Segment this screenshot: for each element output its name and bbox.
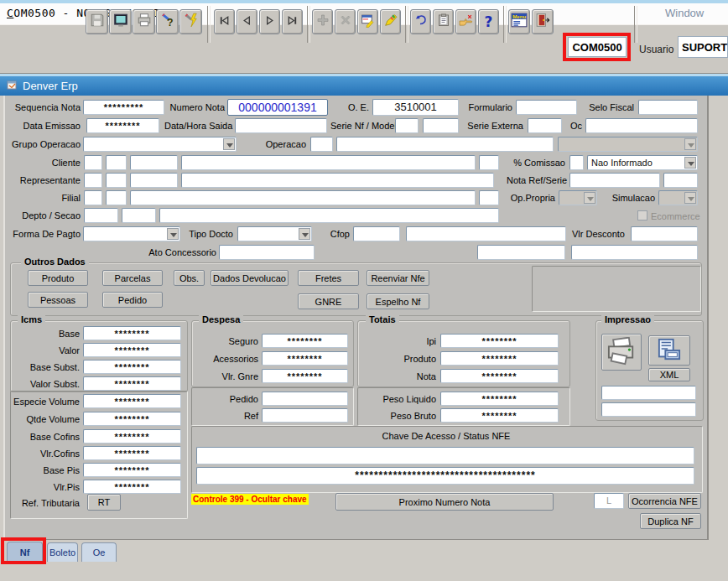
- field-representante-nome[interactable]: [181, 173, 494, 188]
- field-data-emissao[interactable]: ********: [86, 118, 159, 133]
- field-totais-produto[interactable]: ********: [440, 351, 559, 366]
- field-comissao[interactable]: [569, 155, 584, 170]
- field-peso-bruto[interactable]: ********: [440, 408, 559, 423]
- field-icms-valor[interactable]: ********: [83, 343, 181, 357]
- field-vlr-gnre[interactable]: ********: [262, 369, 348, 383]
- field-base-pis[interactable]: ********: [83, 463, 181, 477]
- field-cfop-descricao[interactable]: [406, 226, 566, 241]
- field-data-hora-saida[interactable]: [235, 118, 327, 133]
- field-cliente-3[interactable]: [130, 155, 178, 170]
- field-filial-2[interactable]: [106, 190, 127, 205]
- save-button[interactable]: [86, 9, 108, 34]
- field-filial-3[interactable]: [479, 190, 499, 205]
- field-vlr-desconto[interactable]: [631, 226, 698, 241]
- field-depto-nome[interactable]: [159, 208, 499, 223]
- ocorrencia-nfe-button[interactable]: Ocorrencia NFE: [628, 493, 701, 509]
- dropdown-operacao-extra[interactable]: [558, 137, 698, 152]
- field-filial-1[interactable]: [84, 190, 102, 205]
- field-totais-nota[interactable]: ********: [440, 369, 559, 383]
- field-ato-concessorio[interactable]: [219, 245, 315, 260]
- field-chave-linha1[interactable]: [196, 447, 694, 464]
- field-vlr-cofins[interactable]: ********: [83, 446, 181, 460]
- field-qtde-volume[interactable]: ********: [83, 412, 181, 426]
- espelho-nf-button[interactable]: Espelho Nf: [367, 293, 429, 309]
- field-seguro[interactable]: ********: [262, 334, 348, 348]
- field-oc[interactable]: [585, 118, 698, 133]
- dados-devolucao-button[interactable]: Dados Devolucao: [211, 270, 289, 286]
- field-cliente-1[interactable]: [84, 155, 102, 170]
- gnre-button[interactable]: GNRE: [298, 293, 359, 309]
- cut-hand-button[interactable]: [455, 9, 476, 34]
- tab-oe[interactable]: Oe: [81, 542, 117, 562]
- field-icms-base[interactable]: ********: [83, 326, 181, 340]
- field-nota-ref-serie[interactable]: [663, 173, 698, 188]
- usuario-field[interactable]: SUPORT: [678, 36, 728, 58]
- rt-button[interactable]: RT: [87, 494, 121, 511]
- field-numero-nota[interactable]: 000000001391: [227, 99, 328, 116]
- field-cliente-4[interactable]: [479, 155, 499, 170]
- delete-record-button[interactable]: [335, 9, 356, 34]
- field-icms-base-subst[interactable]: ********: [83, 360, 181, 374]
- field-nota-ref[interactable]: [569, 173, 660, 188]
- help-button[interactable]: ?: [478, 9, 499, 34]
- field-representante-3[interactable]: [130, 173, 178, 188]
- field-acessorios[interactable]: ********: [262, 351, 348, 366]
- field-representante-2[interactable]: [106, 173, 127, 188]
- print-button[interactable]: [133, 9, 155, 34]
- field-peso-liquido[interactable]: ********: [440, 392, 559, 406]
- clipboard-button[interactable]: [433, 9, 454, 34]
- tab-boleto[interactable]: Boleto: [47, 542, 78, 562]
- field-ref[interactable]: [262, 408, 348, 423]
- dropdown-forma-pagto[interactable]: [83, 226, 180, 241]
- field-serie-nf[interactable]: [395, 118, 419, 133]
- prev-record-button[interactable]: [237, 9, 257, 34]
- field-row9-extra2[interactable]: [571, 245, 698, 260]
- pedido-button[interactable]: Pedido: [102, 292, 163, 308]
- dropdown-comissao[interactable]: Nao Informado: [587, 155, 698, 170]
- field-formulario[interactable]: [516, 100, 577, 115]
- dropdown-tipo-docto[interactable]: [237, 226, 312, 241]
- field-operacao-codigo[interactable]: [310, 137, 333, 152]
- obs-button[interactable]: Obs.: [174, 270, 205, 286]
- enter-query-button[interactable]: ?: [156, 9, 179, 34]
- field-pedido[interactable]: [262, 392, 348, 406]
- pessoas-button[interactable]: Pessoas: [28, 292, 88, 308]
- screen-button[interactable]: [109, 9, 132, 34]
- field-impressao-2[interactable]: [601, 402, 696, 417]
- field-row9-extra1[interactable]: [477, 245, 565, 260]
- field-depto-2[interactable]: [122, 208, 156, 223]
- field-selo-fiscal[interactable]: [638, 100, 698, 115]
- xml-button[interactable]: XML: [648, 368, 690, 381]
- field-l-flag[interactable]: L: [594, 493, 624, 509]
- produto-button[interactable]: Produto: [28, 270, 88, 286]
- field-cliente-2[interactable]: [106, 155, 127, 170]
- reenviar-nfe-button[interactable]: Reenviar Nfe: [367, 270, 429, 286]
- exit-button[interactable]: [532, 9, 554, 34]
- field-especie-volume[interactable]: ********: [83, 394, 181, 408]
- field-filial-nome[interactable]: [130, 190, 476, 205]
- last-record-button[interactable]: [282, 9, 303, 34]
- field-ipi[interactable]: ********: [440, 334, 559, 348]
- proximo-numero-nota-button[interactable]: Proximo Numero Nota: [335, 493, 554, 511]
- field-icms-valor-subst[interactable]: ********: [83, 376, 181, 391]
- parcelas-button[interactable]: Parcelas: [102, 270, 163, 286]
- edit-pencil-button[interactable]: [380, 9, 401, 34]
- insert-record-button[interactable]: [312, 9, 333, 34]
- imprimir-nfe-button[interactable]: [648, 335, 690, 366]
- dropdown-grupo-operacao[interactable]: [83, 137, 237, 152]
- edit-window-button[interactable]: [357, 9, 378, 34]
- duplica-nf-button[interactable]: Duplica NF: [640, 513, 701, 529]
- dropdown-op-propria[interactable]: [559, 190, 597, 205]
- field-operacao-descricao[interactable]: [336, 137, 554, 152]
- field-impressao-1[interactable]: [601, 386, 696, 400]
- fretes-button[interactable]: Fretes: [298, 270, 359, 286]
- first-record-button[interactable]: [214, 9, 235, 34]
- field-serie-externa[interactable]: [528, 118, 562, 133]
- field-chave-linha2[interactable]: **************************************: [196, 467, 694, 485]
- menu-button[interactable]: Menu: [508, 9, 530, 34]
- field-sequencia-nota[interactable]: *********: [83, 100, 164, 115]
- field-representante-1[interactable]: [84, 173, 102, 188]
- execute-query-button[interactable]: [179, 9, 202, 34]
- field-base-cofins[interactable]: ********: [83, 429, 181, 444]
- field-depto-1[interactable]: [84, 208, 118, 223]
